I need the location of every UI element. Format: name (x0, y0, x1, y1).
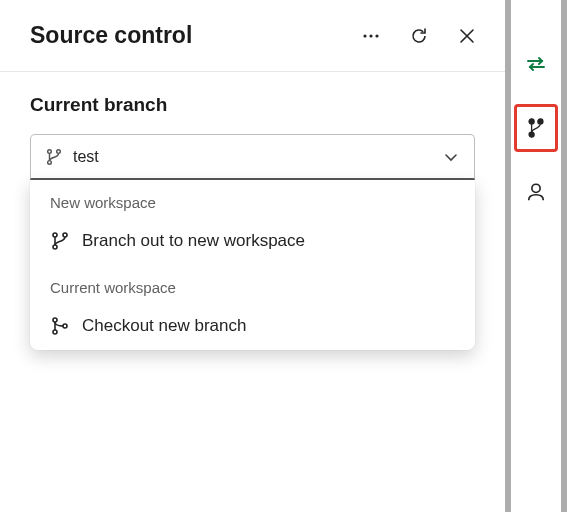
close-icon (458, 27, 476, 45)
branch-merge-icon (50, 316, 70, 336)
svg-point-8 (63, 233, 67, 237)
menu-group-new-workspace: New workspace (30, 180, 475, 221)
refresh-button[interactable] (407, 24, 431, 48)
menu-group-current-workspace: Current workspace (30, 265, 475, 306)
svg-point-13 (529, 132, 534, 137)
rail-sync-button[interactable] (516, 42, 556, 86)
svg-point-0 (363, 34, 366, 37)
current-branch-heading: Current branch (30, 94, 475, 116)
current-branch-section: Current branch test New workspace Branch… (0, 72, 505, 350)
header-actions (359, 24, 479, 48)
svg-point-10 (53, 330, 57, 334)
svg-point-3 (48, 149, 52, 153)
branch-icon (45, 148, 63, 166)
menu-item-label: Checkout new branch (82, 316, 246, 336)
sync-arrows-icon (524, 52, 548, 76)
svg-point-7 (53, 245, 57, 249)
source-control-panel: Source control (0, 0, 511, 512)
svg-point-2 (375, 34, 378, 37)
svg-point-15 (532, 184, 540, 192)
rail-account-button[interactable] (516, 170, 556, 214)
more-options-button[interactable] (359, 24, 383, 48)
branch-dropdown-value: test (73, 148, 442, 166)
branch-dropdown[interactable]: test (30, 134, 475, 180)
menu-item-branch-out[interactable]: Branch out to new workspace (30, 221, 475, 265)
branch-icon (50, 231, 70, 251)
close-button[interactable] (455, 24, 479, 48)
panel-header: Source control (0, 0, 505, 72)
svg-point-5 (57, 149, 61, 153)
refresh-icon (409, 26, 429, 46)
menu-item-checkout-new-branch[interactable]: Checkout new branch (30, 306, 475, 350)
right-rail (511, 0, 567, 512)
svg-point-11 (63, 324, 67, 328)
panel-title: Source control (30, 22, 359, 49)
menu-item-label: Branch out to new workspace (82, 231, 305, 251)
person-icon (525, 181, 547, 203)
rail-source-control-button[interactable] (514, 104, 558, 152)
svg-point-1 (369, 34, 372, 37)
svg-point-6 (53, 233, 57, 237)
chevron-down-icon (442, 148, 460, 166)
svg-point-9 (53, 318, 57, 322)
branch-dropdown-menu: New workspace Branch out to new workspac… (30, 180, 475, 350)
ellipsis-icon (361, 26, 381, 46)
svg-point-14 (538, 119, 543, 124)
app-root: Source control (0, 0, 567, 512)
svg-point-12 (529, 119, 534, 124)
svg-point-4 (48, 160, 52, 164)
branch-icon (525, 117, 547, 139)
